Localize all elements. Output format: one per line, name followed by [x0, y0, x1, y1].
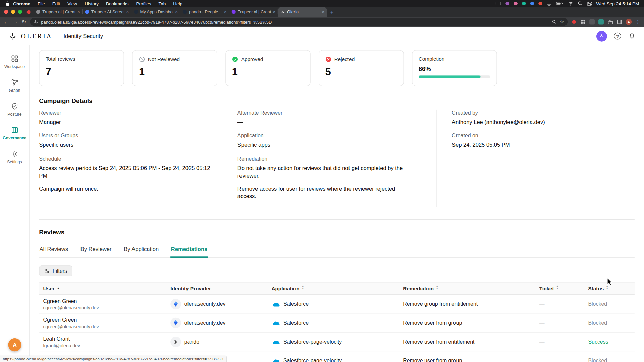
- table-row[interactable]: Leah Grant lgrant@oleria.dev pando: [39, 333, 635, 351]
- oleria-brand[interactable]: OLERIA: [8, 32, 52, 41]
- notifications-bell-icon[interactable]: [628, 32, 636, 40]
- extension-icon-dark[interactable]: [589, 19, 595, 25]
- tab-close-icon[interactable]: ×: [273, 9, 276, 14]
- battery-icon[interactable]: [556, 1, 564, 5]
- header-divider: [58, 32, 58, 40]
- menubar-clock[interactable]: Wed Sep 24 5:14 PM: [596, 1, 639, 6]
- field-value: Do not take any action for reviews that …: [237, 165, 414, 180]
- tab-all-reviews[interactable]: All Reviews: [39, 243, 68, 257]
- extensions-puzzle-icon[interactable]: [607, 19, 613, 25]
- browser-tab-2[interactable]: Trupeer AI Screen Recorder | ×: [83, 7, 131, 17]
- sidebar-item-settings[interactable]: Settings: [1, 146, 28, 168]
- sidebar-item-posture[interactable]: Posture: [1, 99, 28, 120]
- control-center-icon[interactable]: [587, 1, 592, 5]
- recording-extension-icon[interactable]: [571, 19, 577, 25]
- remediation-cell: Remove user from entitlement: [403, 339, 539, 345]
- tab-remediations[interactable]: Remediations: [171, 243, 208, 258]
- tab-close-icon[interactable]: ×: [175, 9, 178, 14]
- column-label: Application: [271, 286, 299, 291]
- menubar-item-history[interactable]: History: [81, 1, 102, 6]
- sidebar-item-workspace[interactable]: Workspace: [1, 51, 28, 72]
- column-header-user[interactable]: User ▲: [39, 286, 170, 291]
- tab-close-icon[interactable]: ×: [322, 9, 324, 14]
- address-bar[interactable]: pando.oleria.io/iga/access-reviews/campa…: [30, 18, 568, 26]
- spotlight-search-icon[interactable]: [578, 1, 582, 6]
- sidebar-item-graph[interactable]: Graph: [1, 75, 28, 96]
- tab-by-application[interactable]: By Application: [123, 243, 159, 257]
- menubar-item-file[interactable]: File: [34, 1, 49, 6]
- browser-menu-icon[interactable]: ⋮: [635, 19, 640, 25]
- filters-button[interactable]: Filters: [39, 266, 72, 277]
- site-settings-icon[interactable]: [34, 20, 38, 24]
- stat-label: Approved: [241, 56, 263, 62]
- window-zoom-button[interactable]: [18, 10, 22, 14]
- field-label: Application: [237, 132, 436, 138]
- status-cell: Success: [588, 339, 634, 345]
- zoom-icon[interactable]: [552, 20, 556, 24]
- table-row[interactable]: Cgreen Green cgreen@oleriasecurity.dev o…: [39, 295, 635, 314]
- keyboard-input-icon[interactable]: [496, 2, 501, 5]
- ticket-cell: —: [539, 301, 588, 307]
- tab-by-reviewer[interactable]: By Reviewer: [80, 243, 112, 257]
- display-icon[interactable]: [546, 1, 551, 5]
- window-minimize-button[interactable]: [11, 10, 15, 14]
- tab-close-icon[interactable]: ×: [224, 9, 227, 14]
- forward-button[interactable]: →: [13, 19, 18, 25]
- menubar-item-tab[interactable]: Tab: [155, 1, 169, 6]
- link-status-bar: https://pando.oleria.io/iga/access-revie…: [0, 355, 227, 362]
- column-header-remediation[interactable]: Remediation ▲▼: [403, 286, 539, 291]
- tab-close-icon[interactable]: ×: [126, 9, 129, 14]
- column-header-ticket[interactable]: Ticket ▲▼: [539, 286, 588, 291]
- campaign-details-title: Campaign Details: [39, 97, 635, 105]
- field-label: Schedule: [39, 156, 237, 162]
- menubar-status-icon-teal[interactable]: [522, 2, 526, 5]
- floating-avatar-widget[interactable]: A: [8, 338, 21, 351]
- window-controls: [3, 7, 26, 17]
- idp-diamond-icon: [170, 299, 181, 309]
- menubar-item-edit[interactable]: Edit: [49, 1, 64, 6]
- browser-tab-oleria-active[interactable]: Oleria ×: [278, 7, 327, 17]
- bookmark-star-icon[interactable]: ☆: [560, 19, 564, 25]
- user-name: Leah Grant: [43, 336, 171, 342]
- menubar-item-help[interactable]: Help: [169, 1, 186, 6]
- menubar-status-icon-red[interactable]: [538, 2, 542, 5]
- browser-tab-1[interactable]: Trupeer.ai | Create Product V ×: [34, 7, 83, 17]
- stat-label: Not Reviewed: [148, 56, 180, 62]
- apps-grid-extension-icon[interactable]: [580, 19, 586, 25]
- sidebar-item-governance[interactable]: Governance: [1, 122, 28, 144]
- help-icon[interactable]: ?: [614, 33, 621, 40]
- apple-icon[interactable]: [5, 1, 9, 6]
- approved-check-icon: [232, 56, 238, 62]
- browser-tab-3[interactable]: My Apps Dashboard | pando ×: [131, 7, 180, 17]
- menubar-item-bookmarks[interactable]: Bookmarks: [102, 1, 132, 6]
- filters-sliders-icon: [44, 268, 50, 274]
- filters-label: Filters: [53, 268, 67, 274]
- side-panel-icon[interactable]: [616, 19, 622, 25]
- new-tab-button[interactable]: +: [330, 9, 333, 15]
- completion-progress-fill: [419, 75, 480, 78]
- url-text[interactable]: pando.oleria.io/iga/access-reviews/campa…: [41, 19, 549, 24]
- column-header-status[interactable]: Status ▲▼: [588, 286, 634, 291]
- field-label: Alternate Reviewer: [237, 110, 436, 116]
- wifi-icon[interactable]: [568, 1, 573, 5]
- browser-tab-4[interactable]: pando - People ×: [180, 7, 229, 17]
- column-header-application[interactable]: Application ▲▼: [271, 286, 403, 291]
- menubar-item-profiles[interactable]: Profiles: [132, 1, 155, 6]
- menubar-status-icon-blue[interactable]: [530, 2, 534, 5]
- reload-button[interactable]: ↻: [22, 19, 26, 25]
- menubar-status-icon-purple[interactable]: [505, 2, 509, 5]
- window-close-button[interactable]: [4, 10, 8, 14]
- column-header-identity-provider[interactable]: Identity Provider: [170, 286, 271, 291]
- browser-tab-5[interactable]: Trupeer.ai | Create Product V ×: [229, 7, 278, 17]
- browser-profile-avatar[interactable]: A: [626, 19, 632, 25]
- menubar-item-chrome[interactable]: Chrome: [9, 1, 34, 6]
- extension-icon-teal[interactable]: [598, 19, 604, 25]
- tab-close-icon[interactable]: ×: [77, 9, 80, 14]
- back-button[interactable]: ←: [4, 19, 9, 25]
- table-row[interactable]: Cgreen Green cgreen@oleriasecurity.dev o…: [39, 314, 635, 333]
- user-name: Cgreen Green: [43, 298, 171, 304]
- menubar-status-icon-pink[interactable]: [514, 2, 517, 5]
- menubar-item-view[interactable]: View: [64, 1, 81, 6]
- stat-label: Rejected: [334, 56, 355, 62]
- user-avatar[interactable]: [596, 31, 607, 41]
